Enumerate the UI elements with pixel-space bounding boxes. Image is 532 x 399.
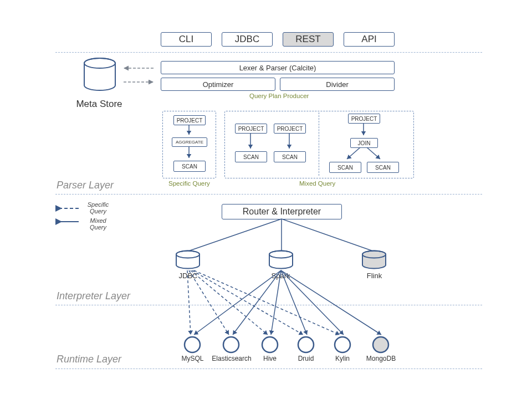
- svg-line-25: [192, 270, 303, 335]
- router-fanout-icon: [166, 219, 399, 255]
- divider-box: Divider: [280, 78, 395, 91]
- db-druid-label: Druid: [292, 355, 320, 362]
- mixed-b-arrows-icon: [329, 123, 398, 162]
- svg-line-23: [189, 270, 229, 335]
- svg-line-9: [347, 147, 360, 159]
- svg-line-28: [233, 270, 281, 335]
- plan-scan-3: SCAN: [274, 151, 306, 162]
- meta-store-cylinder-icon: [82, 58, 117, 93]
- db-circles-icon: [183, 336, 393, 355]
- runtime-layer-label: Runtime Layer: [57, 354, 121, 365]
- db-mongo-label: MongoDB: [363, 355, 399, 362]
- svg-line-24: [191, 270, 268, 335]
- tab-api[interactable]: API: [344, 32, 395, 47]
- mixed-divider: [319, 112, 319, 176]
- mixed-a-arrows-icon: [248, 133, 293, 151]
- query-plan-producer-label: Query Plan Producer: [249, 93, 309, 99]
- plan-project-3: PROJECT: [274, 124, 306, 134]
- router-interpreter-box: Router & Interpreter: [222, 204, 342, 219]
- mixed-query-label: Mixed Query: [299, 180, 335, 187]
- svg-point-37: [335, 337, 350, 352]
- svg-line-32: [281, 270, 381, 335]
- db-kylin-label: Kylin: [329, 355, 356, 362]
- tab-jdbc[interactable]: JDBC: [222, 32, 273, 47]
- db-es-label: Elasticsearch: [209, 355, 254, 362]
- svg-line-13: [188, 219, 282, 251]
- plan-scan-4: SCAN: [329, 162, 361, 173]
- plan-scan-2: SCAN: [235, 151, 267, 162]
- meta-store-label: Meta Store: [69, 99, 130, 110]
- plan-scan-5: SCAN: [367, 162, 399, 173]
- lexer-parser-box: Lexer & Parser (Calcite): [161, 61, 395, 74]
- legend-arrows-icon: [55, 204, 81, 226]
- db-mysql-label: MySQL: [177, 355, 208, 362]
- plan-project-1: PROJECT: [173, 115, 206, 125]
- legend-mixed-label: Mixed Query: [84, 217, 112, 231]
- svg-line-15: [282, 219, 373, 251]
- separator-runtime: [55, 369, 482, 369]
- parser-layer-label: Parser Layer: [57, 180, 114, 191]
- arrows-meta-to-parser-icon: [119, 65, 158, 88]
- svg-line-10: [367, 147, 380, 159]
- svg-point-33: [185, 337, 200, 352]
- optimizer-box: Optimizer: [161, 78, 275, 91]
- specific-query-label: Specific Query: [168, 180, 210, 187]
- svg-line-26: [194, 270, 340, 335]
- svg-point-36: [298, 337, 314, 352]
- db-hive-label: Hive: [256, 355, 284, 362]
- svg-line-31: [281, 270, 344, 335]
- legend-specific-label: Specific Query: [84, 201, 112, 214]
- specific-plan-arrows-icon: [186, 125, 192, 161]
- separator-top: [55, 52, 482, 53]
- plan-project-2: PROJECT: [235, 124, 267, 134]
- interpreter-layer-label: Interpreter Layer: [57, 290, 130, 302]
- flink-cylinder-icon: [361, 250, 387, 269]
- spark-cylinder-icon: [268, 250, 294, 269]
- separator-parser: [55, 194, 482, 195]
- svg-line-27: [194, 270, 281, 335]
- svg-line-29: [271, 270, 281, 335]
- svg-point-34: [223, 337, 239, 352]
- tab-rest[interactable]: REST: [283, 32, 334, 47]
- tab-cli[interactable]: CLI: [161, 32, 212, 47]
- svg-point-38: [373, 337, 388, 352]
- plan-project-4: PROJECT: [348, 114, 380, 124]
- jdbc-cylinder-icon: [175, 250, 201, 269]
- svg-point-35: [262, 337, 278, 352]
- plan-scan-1: SCAN: [173, 161, 206, 172]
- engine-to-db-fanout-icon: [166, 269, 427, 341]
- svg-line-30: [281, 270, 307, 335]
- svg-line-22: [187, 270, 191, 335]
